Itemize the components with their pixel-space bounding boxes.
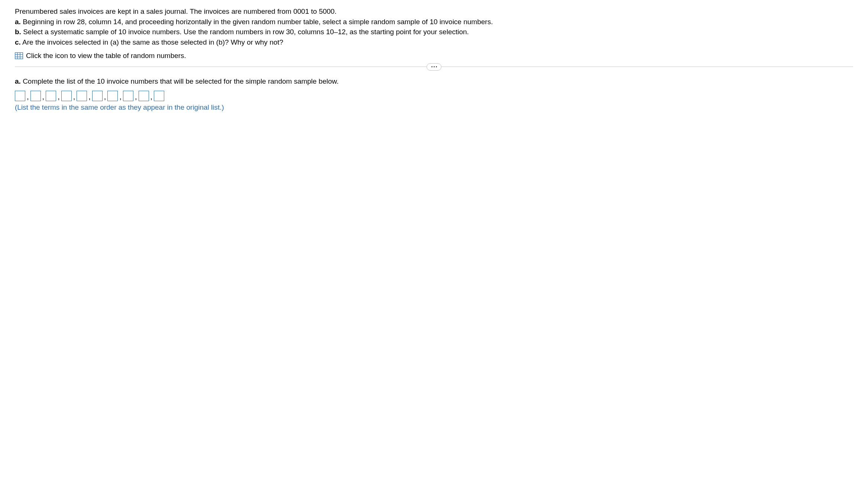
part-a-line: a. Beginning in row 28, column 14, and p… [15, 17, 853, 27]
view-table-text: Click the icon to view the table of rand… [26, 52, 186, 60]
answer-input-3[interactable] [46, 91, 56, 101]
part-c-line: c. Are the invoices selected in (a) the … [15, 38, 853, 47]
answer-input-10[interactable] [154, 91, 164, 101]
table-icon [15, 52, 23, 59]
answer-input-7[interactable] [107, 91, 118, 101]
question-a-prompt: a. Complete the list of the 10 invoice n… [15, 77, 853, 86]
answer-input-4[interactable] [61, 91, 72, 101]
intro-text: Prenumbered sales invoices are kept in a… [15, 7, 853, 16]
problem-statement: Prenumbered sales invoices are kept in a… [15, 7, 853, 47]
answer-input-5[interactable] [77, 91, 87, 101]
expand-collapse-pill[interactable] [427, 63, 441, 71]
answer-input-6[interactable] [92, 91, 103, 101]
svg-rect-0 [15, 52, 23, 59]
answer-input-9[interactable] [139, 91, 149, 101]
answer-input-2[interactable] [30, 91, 41, 101]
view-table-link[interactable]: Click the icon to view the table of rand… [15, 52, 853, 60]
section-divider [15, 67, 853, 67]
answer-input-8[interactable] [123, 91, 133, 101]
answer-inputs-row: , , , , , , , , , [15, 91, 853, 101]
part-b-line: b. Select a systematic sample of 10 invo… [15, 27, 853, 37]
answer-input-1[interactable] [15, 91, 25, 101]
list-instruction: (List the terms in the same order as the… [15, 103, 853, 112]
